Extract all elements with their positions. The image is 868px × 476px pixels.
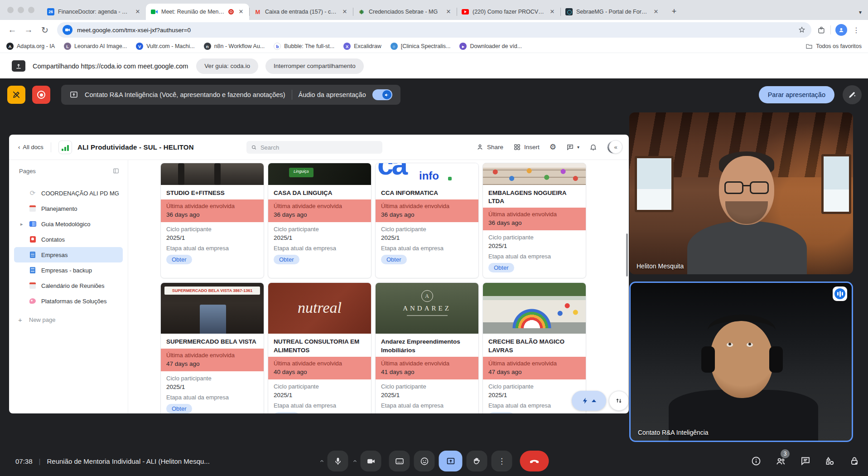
- tab-search-chevron-icon[interactable]: ▾: [859, 9, 862, 15]
- bookmark-n8n[interactable]: nn8n - Workflow Au...: [204, 43, 265, 50]
- collapse-panel-button[interactable]: «: [609, 140, 622, 154]
- bookmark-excalidraw[interactable]: XExcalidraw: [343, 43, 381, 50]
- maximize-window-button[interactable]: [28, 7, 34, 13]
- close-window-button[interactable]: [7, 7, 14, 13]
- sidebar-item-planejamento[interactable]: Planejamento: [14, 201, 123, 216]
- company-card-andarez[interactable]: AANDAREZ Andarez Empreendimentos Imobili…: [375, 282, 479, 413]
- close-tab-icon[interactable]: ✕: [341, 8, 348, 15]
- share-button[interactable]: Share: [476, 143, 503, 151]
- tab-sebraemg-portal[interactable]: SebraeMG - Portal de Fornec ✕: [561, 4, 664, 20]
- close-tab-icon[interactable]: ✕: [237, 8, 245, 15]
- annotation-off-button[interactable]: [7, 86, 25, 104]
- view-guide-button[interactable]: Ver guia: coda.io: [196, 58, 258, 74]
- minimize-window-button[interactable]: [18, 7, 24, 13]
- sidebar-item-calendario-reunioes[interactable]: Calendário de Reuniões: [14, 278, 123, 293]
- tab-credenciados-sebrae[interactable]: ❉ Credenciados Sebrae - MG ✕: [353, 4, 457, 20]
- host-controls-button[interactable]: [849, 456, 860, 466]
- obter-button[interactable]: Obter: [381, 255, 407, 264]
- obter-button[interactable]: Obter: [274, 412, 299, 413]
- meeting-details-button[interactable]: [751, 456, 762, 466]
- obter-button[interactable]: Obter: [488, 412, 514, 413]
- close-tab-icon[interactable]: ✕: [134, 8, 141, 15]
- company-card-embalagens-nogueira[interactable]: EMBALAGENS NOGUEIRA LTDA Última atividad…: [482, 163, 586, 278]
- bookmark-star-icon[interactable]: [798, 26, 806, 34]
- camera-options-chevron-icon[interactable]: [352, 458, 358, 464]
- activities-button[interactable]: [825, 456, 835, 466]
- raise-hand-button[interactable]: [467, 451, 487, 471]
- address-bar[interactable]: meet.google.com/tmx-xsei-jxf?authuser=0: [57, 22, 811, 38]
- sidebar-toggle-icon[interactable]: [112, 167, 120, 175]
- forward-button[interactable]: →: [22, 25, 35, 35]
- obter-button[interactable]: Obter: [166, 255, 192, 264]
- company-card-casa-da-linguica[interactable]: Linguiça CASA DA LINGUIÇA Última ativida…: [268, 163, 371, 278]
- vertical-scrollbar[interactable]: [626, 233, 628, 277]
- bookmark-bubble[interactable]: bBubble: The full-st...: [274, 43, 334, 50]
- leave-call-button[interactable]: [520, 451, 549, 471]
- sort-button[interactable]: [609, 391, 629, 411]
- reload-button[interactable]: ↻: [38, 25, 52, 35]
- all-bookmarks-button[interactable]: Todos os favoritos: [805, 43, 862, 50]
- profile-avatar[interactable]: [835, 24, 847, 36]
- annotate-button[interactable]: [843, 85, 862, 104]
- extensions-icon[interactable]: [817, 25, 826, 34]
- more-options-button[interactable]: ⋮: [492, 451, 512, 471]
- present-now-button[interactable]: [439, 451, 463, 471]
- filter-quick-button[interactable]: [572, 391, 606, 411]
- all-docs-back-link[interactable]: ‹All docs: [18, 144, 43, 151]
- comments-button[interactable]: ▾: [566, 143, 579, 151]
- sidebar-item-empresas[interactable]: Empresas: [14, 247, 123, 262]
- stop-presenting-button[interactable]: Parar apresentação: [759, 86, 834, 103]
- back-button[interactable]: ←: [5, 25, 19, 35]
- plus-icon: +: [18, 316, 24, 324]
- search-box[interactable]: [246, 141, 382, 154]
- new-tab-button[interactable]: +: [669, 7, 680, 16]
- doc-title[interactable]: ALI Produtividade - SUL - HELITON: [77, 143, 194, 151]
- microphone-button[interactable]: [328, 451, 348, 471]
- close-tab-icon[interactable]: ✕: [445, 8, 452, 15]
- sidebar-item-empresas-backup[interactable]: Empresas - backup: [14, 262, 123, 278]
- new-page-button[interactable]: +New page: [14, 316, 123, 324]
- bookmark-vultr[interactable]: VVultr.com - Machi...: [136, 43, 195, 50]
- tab-financedoctor[interactable]: 26 FinanceDoctor: agenda - mar ✕: [43, 4, 146, 20]
- browser-menu-icon[interactable]: ⋮: [850, 26, 863, 34]
- company-card-supermercado-bela-vista[interactable]: SUPERMERCADO BELA VISTA 3867-1361 SUPERM…: [160, 282, 264, 413]
- notifications-bell-icon[interactable]: [589, 143, 597, 151]
- chevron-right-icon[interactable]: ▸: [20, 221, 23, 227]
- camera-button[interactable]: [361, 451, 381, 471]
- company-card-studio-e-fitness[interactable]: STUDIO E+FITNESS Última atividade envolv…: [160, 163, 264, 278]
- sidebar-item-plataformas[interactable]: Plataformas de Soluções: [14, 293, 123, 309]
- settings-gear-icon[interactable]: ⚙: [550, 142, 556, 152]
- chat-button[interactable]: [800, 456, 811, 466]
- company-card-nutreal[interactable]: nutreal NUTREAL CONSULTORIA EM ALIMENTOS…: [268, 282, 371, 413]
- tab-meet-active[interactable]: Meet: Reunião de Mentori ✕: [146, 4, 249, 20]
- close-tab-icon[interactable]: ✕: [652, 8, 660, 15]
- mic-options-chevron-icon[interactable]: [319, 458, 325, 464]
- sidebar-item-contatos[interactable]: Contatos: [14, 232, 123, 247]
- bookmark-clinica[interactable]: ○[Clinica Spectralis...: [391, 43, 451, 50]
- reactions-button[interactable]: [414, 451, 435, 471]
- tab-youtube[interactable]: (220) Como fazer PROCV ent ✕: [457, 4, 560, 20]
- obter-button[interactable]: Obter: [166, 404, 192, 413]
- sidebar-item-guia-metodologico[interactable]: ▸Guia Metodológico: [14, 216, 123, 232]
- bookmark-leonardo[interactable]: LLeonardo AI Image...: [64, 43, 127, 50]
- recording-button[interactable]: [32, 86, 50, 104]
- bookmark-adapta[interactable]: AAdapta.org - IA: [6, 43, 55, 50]
- tab-gmail[interactable]: M Caixa de entrada (157) - cont ✕: [250, 4, 353, 20]
- search-input[interactable]: [260, 144, 378, 151]
- participants-button[interactable]: 3: [775, 456, 786, 467]
- video-feed-contato[interactable]: Contato R&A Inteligência: [629, 282, 853, 442]
- obter-button[interactable]: Obter: [274, 255, 299, 264]
- presentation-audio-toggle[interactable]: [372, 89, 392, 100]
- bookmark-downloader[interactable]: ▸Downloader de víd...: [459, 43, 522, 50]
- obter-button[interactable]: Obter: [488, 263, 514, 272]
- sidebar-item-coordenacao[interactable]: ⟳COORDENAÇÃO ALI PD MG: [14, 185, 123, 201]
- url-text[interactable]: meet.google.com/tmx-xsei-jxf?authuser=0: [77, 27, 793, 34]
- video-feed-heliton[interactable]: Heliton Mesquita: [629, 112, 853, 274]
- insert-button[interactable]: Insert: [513, 143, 540, 151]
- company-card-creche-balao-magico[interactable]: CRECHE BALÃO MAGICO LAVRAS Última ativid…: [482, 282, 586, 413]
- stop-sharing-button[interactable]: Interromper compartilhamento: [265, 58, 364, 74]
- company-card-cca-informatica[interactable]: cainfo CCA INFORMATICA Última atividade …: [375, 163, 479, 278]
- captions-button[interactable]: [389, 451, 410, 471]
- window-controls[interactable]: [0, 0, 43, 20]
- close-tab-icon[interactable]: ✕: [549, 8, 556, 15]
